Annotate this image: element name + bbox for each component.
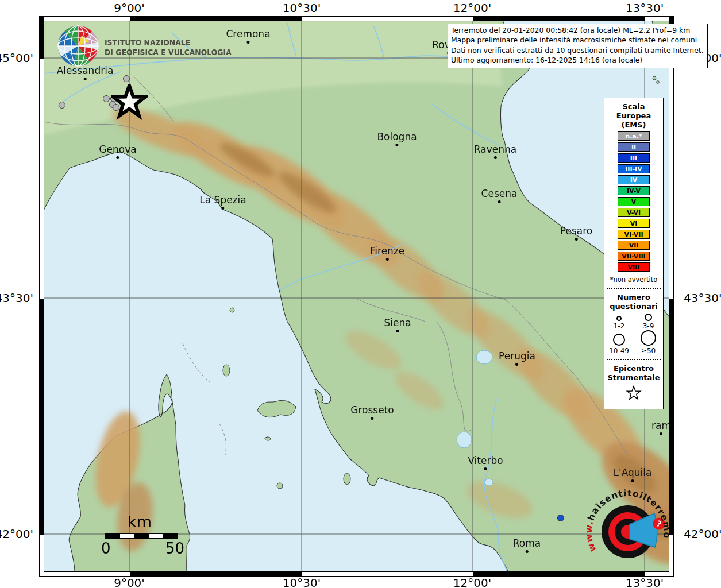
city-name: Perugia — [499, 351, 535, 361]
legend-intensity-chip: II — [618, 142, 650, 152]
legend-panel: Scala Europea (EMS) n.a.*IIIIIIII-IVIVIV… — [604, 98, 664, 409]
map-frame-top — [39, 16, 674, 21]
legend-intensity-chip: VIII — [618, 262, 650, 272]
city-dot — [484, 467, 487, 470]
lon-label-top: 13°30' — [626, 1, 664, 15]
city-label: Ravenna — [474, 145, 516, 159]
scalebar-start: 0 — [101, 540, 111, 557]
legend-intensity-chip: VI-VII — [618, 230, 650, 239]
legend-intensity-chip: IV-V — [618, 186, 650, 195]
city-label: Siena — [384, 318, 411, 332]
city-dot — [516, 363, 519, 366]
legend-title: Scala Europea (EMS) — [604, 102, 663, 130]
lon-label-bottom: 12°00' — [453, 576, 491, 588]
city-dot — [246, 41, 249, 44]
legend-size-class: 10-49 — [604, 334, 634, 355]
city-dot — [660, 432, 663, 435]
questionnaire-dot-felt — [557, 514, 564, 521]
city-dot — [83, 78, 86, 80]
city-dot — [494, 156, 497, 159]
city-name: Grosseto — [350, 405, 394, 415]
legend-questionnaires-title: Numero questionari — [604, 293, 663, 311]
lon-label-top: 10°30' — [283, 1, 321, 15]
earthquake-info-box: Terremoto del 20-01-2020 00:58:42 (ora l… — [448, 24, 708, 68]
city-name: Siena — [384, 318, 411, 328]
lon-label-bottom: 13°30' — [626, 576, 664, 588]
lon-label-top: 12°00' — [453, 1, 491, 15]
questionnaire-dot-na — [103, 95, 110, 102]
city-label: Alessandria — [57, 66, 114, 80]
legend-intensity-chip: VII — [618, 241, 650, 250]
city-label: Grosseto — [350, 405, 394, 420]
city-label: Cremona — [226, 29, 270, 44]
scalebar-unit: km — [128, 513, 152, 531]
legend-intensity-chip: VI — [618, 219, 650, 228]
ingv-globe-icon — [56, 24, 100, 68]
legend-intensity-chip: III — [618, 153, 650, 163]
city-label: L'Aquila — [614, 468, 652, 482]
city-name: Viterbo — [468, 456, 503, 466]
ingv-name-line2: DI GEOFISICA E VULCANOLOGIA — [105, 48, 232, 57]
city-dot — [386, 258, 389, 261]
watermark-www: www. — [583, 519, 598, 554]
questionnaire-dot-na — [59, 102, 65, 109]
city-label: Roma — [513, 539, 541, 553]
city-label: Cesena — [481, 189, 518, 203]
legend-divider — [607, 288, 661, 289]
ingv-logo: ISTITUTO NAZIONALE DI GEOFISICA E VULCAN… — [56, 24, 188, 68]
legend-intensity-chip: IV — [618, 175, 650, 184]
lon-label-bottom: 9°00' — [114, 576, 145, 588]
city-label: Viterbo — [468, 456, 503, 470]
city-dot — [222, 207, 225, 210]
size-class-label: ≥50 — [641, 347, 656, 355]
city-label: Perugia — [499, 351, 535, 366]
size-circle-icon — [645, 314, 652, 321]
legend-intensity-chip: n.a.* — [618, 131, 650, 141]
size-class-label: 1-2 — [614, 322, 625, 330]
city-dot — [371, 417, 374, 420]
city-label: Bologna — [377, 132, 417, 146]
city-dot — [116, 156, 119, 159]
info-line-updated: Ultimo aggiornamento: 16-12-2025 14:16 (… — [451, 55, 704, 65]
city-name: L'Aquila — [614, 468, 652, 478]
city-dot — [396, 330, 399, 332]
scalebar — [105, 533, 178, 539]
lon-label-bottom: 10°30' — [283, 576, 321, 588]
city-name: Cesena — [481, 189, 518, 199]
city-name: ram — [651, 421, 671, 431]
city-name: Ravenna — [474, 145, 516, 154]
lat-label-left: 42°00' — [0, 527, 33, 541]
legend-intensity-chip: VII-VIII — [618, 252, 650, 261]
size-circle-icon — [641, 330, 656, 346]
city-name: Genova — [99, 145, 136, 154]
lon-label-top: 9°00' — [114, 1, 145, 15]
legend-size-class: 1-2 — [604, 316, 634, 330]
city-name: Bologna — [377, 132, 417, 142]
lat-label-right: 42°00' — [684, 527, 721, 541]
city-dot — [575, 238, 578, 241]
legend-divider — [607, 359, 661, 360]
legend-epicenter-title: Epicentro Strumentale — [604, 364, 663, 382]
legend-size-classes: 1-23-910-49≥50 — [604, 314, 663, 355]
city-label: Genova — [99, 145, 136, 159]
info-line-event: Terremoto del 20-01-2020 00:58:42 (ora l… — [451, 25, 704, 35]
ingv-name: ISTITUTO NAZIONALE DI GEOFISICA E VULCAN… — [105, 38, 232, 57]
city-name: La Spezia — [199, 195, 246, 205]
size-circle-icon — [616, 316, 622, 321]
epicenter-star-icon — [111, 84, 148, 121]
legend-intensity-chip: III-IV — [618, 164, 650, 173]
lat-label-left: 43°30' — [0, 291, 33, 305]
map-frame-left — [39, 16, 44, 577]
legend-footnote: *non avvertito — [604, 276, 663, 284]
legend-intensity-chip: V-VI — [618, 208, 650, 217]
legend-intensity-scale: n.a.*IIIIIIII-IVIVIV-VVV-VIVIVI-VIIVIIVI… — [604, 131, 663, 272]
city-name: Firenze — [370, 246, 405, 256]
legend-size-class: ≥50 — [634, 330, 663, 355]
city-label: La Spezia — [199, 195, 246, 210]
legend-epicenter-star-icon — [625, 385, 642, 402]
legend-intensity-chip: V — [618, 197, 650, 206]
questionnaire-dot-na — [123, 75, 130, 82]
city-name: Cremona — [226, 29, 270, 39]
info-line-map-type: Mappa preliminare delle intensità macros… — [451, 35, 704, 45]
city-label: ram — [651, 421, 671, 435]
